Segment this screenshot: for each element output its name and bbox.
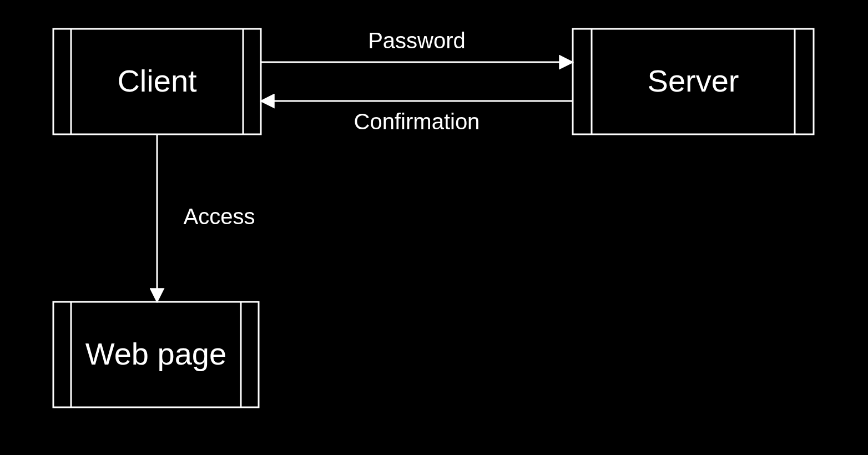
- client-node: Client: [53, 29, 261, 134]
- server-node: Server: [573, 29, 814, 134]
- webpage-label: Web page: [85, 336, 226, 371]
- webpage-node: Web page: [53, 302, 259, 407]
- client-label: Client: [117, 63, 197, 98]
- access-edge: Access: [157, 134, 255, 302]
- password-edge: Password: [261, 28, 573, 62]
- confirmation-edge: Confirmation: [261, 101, 573, 134]
- confirmation-edge-label: Confirmation: [354, 109, 480, 134]
- password-edge-label: Password: [368, 28, 466, 53]
- access-edge-label: Access: [184, 204, 255, 229]
- diagram-canvas: Client Server Web page Password Confirma…: [0, 0, 868, 455]
- server-label: Server: [648, 63, 739, 98]
